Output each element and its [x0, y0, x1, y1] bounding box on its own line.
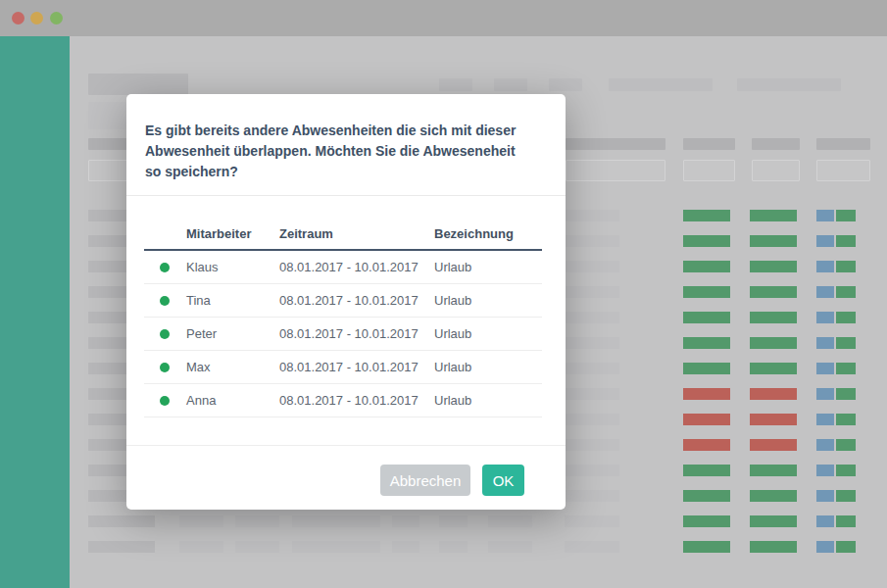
zoom-window-button[interactable] [50, 12, 63, 24]
schedule-bar [683, 465, 730, 476]
status-cell [144, 296, 186, 306]
schedule-bar [683, 210, 730, 221]
cell-bezeichnung: Urlaub [434, 326, 542, 341]
skeleton-row-label [565, 515, 619, 527]
schedule-bar [750, 439, 797, 451]
schedule-bar-blue [816, 210, 834, 221]
schedule-bar [750, 541, 797, 553]
overlap-table: Mitarbeiter Zeitraum Bezeichnung Klaus08… [144, 218, 542, 417]
status-dot-icon [160, 396, 170, 406]
skeleton-row-label [565, 210, 619, 221]
skeleton-column-header [752, 138, 800, 150]
dialog-header-divider [126, 195, 566, 196]
cancel-button[interactable]: Abbrechen [380, 465, 470, 496]
skeleton-row-label [88, 515, 155, 527]
cell-mitarbeiter: Max [186, 360, 279, 374]
table-row: Anna08.01.2017 - 10.01.2017Urlaub [144, 384, 542, 417]
schedule-bar-blue [816, 235, 834, 247]
schedule-bar [683, 388, 730, 400]
schedule-bar [750, 363, 797, 374]
dialog-message-line: so speichern? [145, 162, 516, 182]
skeleton-nav-item [737, 78, 841, 91]
skeleton-row-label [565, 465, 619, 476]
skeleton-row-label [235, 541, 279, 553]
schedule-bar [750, 465, 797, 476]
window-titlebar [0, 0, 887, 36]
skeleton-row-label [179, 515, 223, 527]
skeleton-row-label [392, 515, 419, 527]
skeleton-row-label [392, 541, 419, 553]
schedule-bar [750, 235, 797, 247]
status-dot-icon [160, 296, 170, 306]
skeleton-row-label [565, 363, 619, 374]
schedule-bar-blue [816, 388, 834, 400]
skeleton-row-label [292, 515, 380, 527]
bezeichnung-column-header: Bezeichnung [434, 226, 542, 241]
skeleton-nav-item [609, 78, 713, 91]
skeleton-row-label [565, 490, 619, 502]
skeleton-filter-input [816, 160, 870, 181]
schedule-bar-small [836, 414, 856, 425]
schedule-bar [750, 414, 797, 425]
skeleton-row-label [565, 261, 619, 272]
skeleton-row-label [439, 515, 468, 527]
close-window-button[interactable] [12, 12, 25, 24]
skeleton-row-label [488, 541, 532, 553]
skeleton-row-label [565, 312, 619, 323]
skeleton-nav-item [439, 78, 472, 91]
schedule-bar [750, 286, 797, 298]
skeleton-filter-input [752, 160, 800, 181]
dialog-message-line: Abwesenheit überlappen. Möchten Sie die … [145, 141, 516, 162]
skeleton-row-label [439, 541, 468, 553]
skeleton-row-label [179, 541, 223, 553]
zeitraum-column-header: Zeitraum [279, 226, 434, 241]
schedule-bar-blue [816, 312, 834, 323]
schedule-bar [683, 286, 730, 298]
skeleton-row-label [88, 541, 155, 553]
status-cell [144, 329, 186, 339]
table-row: Tina08.01.2017 - 10.01.2017Urlaub [144, 284, 542, 318]
dialog-message: Es gibt bereits andere Abwesenheiten die… [145, 121, 516, 182]
status-dot-icon [160, 329, 170, 339]
schedule-bar [683, 439, 730, 451]
schedule-bar [750, 337, 797, 349]
schedule-bar-blue [816, 490, 834, 502]
dialog-message-line: Es gibt bereits andere Abwesenheiten die… [145, 121, 516, 141]
schedule-bar-small [836, 210, 856, 221]
skeleton-nav-item [494, 78, 527, 91]
status-cell [144, 363, 186, 372]
schedule-bar [750, 261, 797, 272]
overlap-table-body: Klaus08.01.2017 - 10.01.2017UrlaubTina08… [144, 251, 542, 417]
schedule-bar-small [836, 261, 856, 272]
cell-mitarbeiter: Peter [186, 326, 279, 341]
schedule-bar-blue [816, 286, 834, 298]
schedule-bar-blue [816, 337, 834, 349]
cell-mitarbeiter: Anna [186, 393, 279, 408]
cell-zeitraum: 08.01.2017 - 10.01.2017 [279, 393, 434, 408]
ok-button[interactable]: OK [482, 465, 524, 496]
sidebar-nav [0, 36, 70, 588]
table-row: Klaus08.01.2017 - 10.01.2017Urlaub [144, 251, 542, 284]
status-cell [144, 263, 186, 272]
cell-bezeichnung: Urlaub [434, 393, 542, 408]
overlap-table-header: Mitarbeiter Zeitraum Bezeichnung [144, 218, 542, 251]
cell-bezeichnung: Urlaub [434, 293, 542, 308]
skeleton-filter-input [566, 160, 665, 181]
skeleton-row-label [565, 388, 619, 400]
schedule-bar [683, 312, 730, 323]
skeleton-column-header [683, 138, 735, 150]
schedule-bar [683, 490, 730, 502]
skeleton-column-header [566, 138, 665, 150]
dialog-footer: Abbrechen OK [126, 445, 566, 511]
status-dot-icon [160, 363, 170, 372]
schedule-bar-blue [816, 439, 834, 451]
schedule-bar-blue [816, 465, 834, 476]
cell-mitarbeiter: Klaus [186, 260, 279, 274]
schedule-bar-blue [816, 515, 834, 527]
schedule-bar [750, 312, 797, 323]
minimize-window-button[interactable] [30, 12, 43, 24]
skeleton-row-label [565, 286, 619, 298]
schedule-bar [750, 490, 797, 502]
skeleton-column-header [816, 138, 870, 150]
schedule-bar-small [836, 490, 856, 502]
